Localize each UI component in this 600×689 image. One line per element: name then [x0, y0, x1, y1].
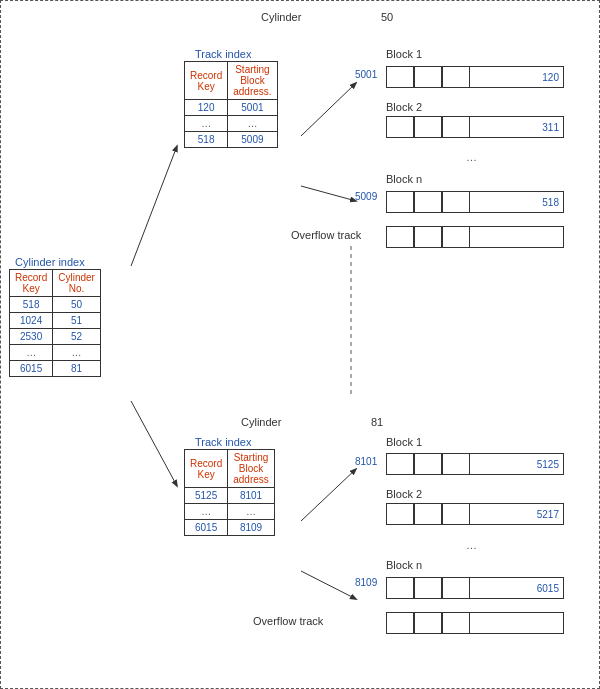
block1-top-cell1 — [386, 66, 414, 88]
track-index-bottom-table: RecordKey StartingBlockaddress 5125 8101… — [184, 449, 275, 536]
blockn-top-value: 518 — [470, 191, 564, 213]
overflow-top-empty — [470, 226, 564, 248]
block2-top-cell1 — [386, 116, 414, 138]
overflow-top-cell3 — [442, 226, 470, 248]
block1-bot-value: 5125 — [470, 453, 564, 475]
cylinder-top-label: Cylinder — [261, 11, 301, 23]
blockn-bot-value: 6015 — [470, 577, 564, 599]
ci-row2-val: 51 — [53, 313, 101, 329]
blocks-top-dots: … — [466, 151, 477, 163]
blockn-bot-addr: 8109 — [355, 577, 377, 588]
blockn-bot-cell3 — [442, 577, 470, 599]
ci-row4-key: 6015 — [10, 361, 53, 377]
block2-bot-row: 5217 — [386, 503, 564, 525]
ci-dots1: … — [10, 345, 53, 361]
ti-top-col2-header: StartingBlockaddress. — [228, 62, 277, 100]
overflow-bot-row — [386, 612, 564, 634]
ti-top-dots2: … — [228, 116, 277, 132]
svg-line-2 — [301, 83, 356, 136]
cylinder-bottom-label: Cylinder — [241, 416, 281, 428]
ti-top-col1-header: RecordKey — [185, 62, 228, 100]
ti-top-row1-val: 5001 — [228, 100, 277, 116]
blockn-bot-row: 6015 — [386, 577, 564, 599]
block1-bot-cell3 — [442, 453, 470, 475]
blockn-top-cell2 — [414, 191, 442, 213]
ci-row2-key: 1024 — [10, 313, 53, 329]
svg-line-3 — [301, 186, 356, 201]
blockn-top-row: 518 — [386, 191, 564, 213]
svg-line-0 — [131, 146, 177, 266]
svg-line-1 — [131, 401, 177, 486]
ci-row3-key: 2530 — [10, 329, 53, 345]
cylinder-bottom-value: 81 — [371, 416, 383, 428]
overflow-bot-cell2 — [414, 612, 442, 634]
ci-row1-val: 50 — [53, 297, 101, 313]
ti-top-row1-key: 120 — [185, 100, 228, 116]
track-index-bottom-title: Track index — [195, 436, 251, 448]
overflow-bot-cell3 — [442, 612, 470, 634]
track-index-top-title: Track index — [195, 48, 251, 60]
cylinder-top-value: 50 — [381, 11, 393, 23]
overflow-bot-cell1 — [386, 612, 414, 634]
block2-bot-label: Block 2 — [386, 488, 422, 500]
block1-bot-cell2 — [414, 453, 442, 475]
block1-bot-row: 5125 — [386, 453, 564, 475]
ci-dots2: … — [53, 345, 101, 361]
blockn-top-cell1 — [386, 191, 414, 213]
ci-row3-val: 52 — [53, 329, 101, 345]
ci-row4-val: 81 — [53, 361, 101, 377]
ci-col1-header: RecordKey — [10, 270, 53, 297]
ti-bot-dots2: … — [228, 504, 275, 520]
block1-top-row: 120 — [386, 66, 564, 88]
block1-top-cell2 — [414, 66, 442, 88]
ti-bot-col1-header: RecordKey — [185, 450, 228, 488]
ti-bot-row2-key: 6015 — [185, 520, 228, 536]
blocks-bot-dots: … — [466, 539, 477, 551]
block1-top-cell3 — [442, 66, 470, 88]
block2-bot-cell3 — [442, 503, 470, 525]
ti-top-row2-val: 5009 — [228, 132, 277, 148]
block1-top-label: Block 1 — [386, 48, 422, 60]
overflow-bot-empty — [470, 612, 564, 634]
overflow-bot-label: Overflow track — [253, 615, 323, 627]
overflow-top-row — [386, 226, 564, 248]
overflow-top-cell1 — [386, 226, 414, 248]
blockn-bot-cell1 — [386, 577, 414, 599]
block2-top-cell3 — [442, 116, 470, 138]
ti-bot-row1-val: 8101 — [228, 488, 275, 504]
cylinder-index-title: Cylinder index — [15, 256, 85, 268]
block2-bot-value: 5217 — [470, 503, 564, 525]
block1-bot-cell1 — [386, 453, 414, 475]
overflow-top-cell2 — [414, 226, 442, 248]
ci-col2-header: CylinderNo. — [53, 270, 101, 297]
ci-row1-key: 518 — [10, 297, 53, 313]
block2-bot-cell2 — [414, 503, 442, 525]
ti-bot-dots1: … — [185, 504, 228, 520]
block2-bot-cell1 — [386, 503, 414, 525]
cylinder-index-table: RecordKey CylinderNo. 518 50 1024 51 253… — [9, 269, 101, 377]
overflow-top-label: Overflow track — [291, 229, 361, 241]
blockn-bot-cell2 — [414, 577, 442, 599]
ti-bot-col2-header: StartingBlockaddress — [228, 450, 275, 488]
ti-bot-row1-key: 5125 — [185, 488, 228, 504]
track-index-top-table: RecordKey StartingBlockaddress. 120 5001… — [184, 61, 278, 148]
block1-bot-label: Block 1 — [386, 436, 422, 448]
blockn-top-label: Block n — [386, 173, 422, 185]
block2-top-value: 311 — [470, 116, 564, 138]
block1-top-value: 120 — [470, 66, 564, 88]
blockn-top-cell3 — [442, 191, 470, 213]
block2-top-cell2 — [414, 116, 442, 138]
diagram: Cylinder 50 Track index RecordKey Starti… — [0, 0, 600, 689]
svg-line-5 — [301, 571, 356, 599]
ti-bot-row2-val: 8109 — [228, 520, 275, 536]
ti-top-row2-key: 518 — [185, 132, 228, 148]
blockn-top-addr: 5009 — [355, 191, 377, 202]
blockn-bot-label: Block n — [386, 559, 422, 571]
svg-line-4 — [301, 469, 356, 521]
block1-top-addr: 5001 — [355, 69, 377, 80]
block2-top-row: 311 — [386, 116, 564, 138]
block2-top-label: Block 2 — [386, 101, 422, 113]
ti-top-dots1: … — [185, 116, 228, 132]
block1-bot-addr: 8101 — [355, 456, 377, 467]
